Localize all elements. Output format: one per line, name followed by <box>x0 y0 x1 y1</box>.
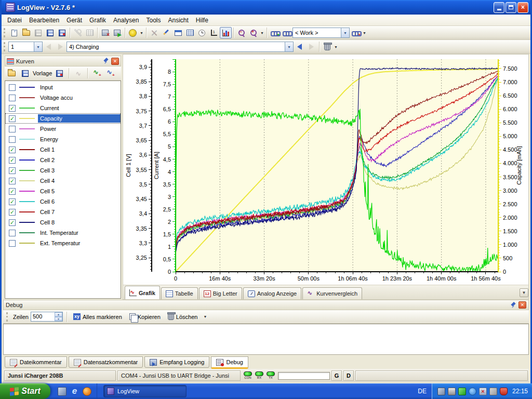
chevron-down-icon[interactable]: ▼ <box>520 288 528 297</box>
checkbox-icon[interactable]: ✓ <box>9 198 16 205</box>
table-grid-button[interactable] <box>84 27 96 38</box>
curve-item-cell-2[interactable]: ✓Cell 2 <box>5 155 121 165</box>
curve-item-energy[interactable]: Energy <box>5 134 121 144</box>
save-all-button[interactable] <box>44 27 56 38</box>
tab-empfang-logging[interactable]: Empfang Logging <box>144 356 209 368</box>
curve-item-cell-3[interactable]: ✓Cell 3 <box>5 165 121 176</box>
prev-dataset-button[interactable] <box>43 41 55 52</box>
tools-wrench-button[interactable] <box>72 27 84 38</box>
minimize-button[interactable] <box>494 2 504 13</box>
checkbox-icon[interactable]: ✓ <box>9 188 16 195</box>
debug-panel-caption[interactable]: Debug ✕ <box>3 300 529 310</box>
table-view-button[interactable] <box>184 27 196 38</box>
curve-item-capacity[interactable]: ✓Capacity <box>5 113 121 124</box>
save-export-button[interactable] <box>56 27 68 38</box>
titlebar[interactable]: LogView - V2.7.6 * × <box>2 0 530 15</box>
back-record-button[interactable] <box>294 41 305 52</box>
close-panel-button[interactable]: ✕ <box>518 301 526 309</box>
close-panel-button[interactable]: ✕ <box>111 58 119 65</box>
tab-analog-anzeige[interactable]: Analog Anzeige <box>243 287 301 299</box>
tab-datensatzkommentar[interactable]: Datensatzkommentar <box>69 356 143 368</box>
chart-bars-button[interactable] <box>220 27 232 38</box>
curve-item-current[interactable]: ✓Current <box>5 103 121 113</box>
toolbar-grip[interactable] <box>6 312 10 322</box>
menu-analysen[interactable]: Analysen <box>110 15 142 25</box>
show-desktop-icon[interactable] <box>58 387 66 396</box>
curve-item-cell-4[interactable]: ✓Cell 4 <box>5 176 121 186</box>
dataset-number-combo[interactable]: 1 ▼ <box>8 42 43 52</box>
start-button[interactable]: Start <box>0 383 50 399</box>
tab-kurvenvergleich[interactable]: ∿Kurvenvergleich <box>302 287 362 299</box>
curve-item-int-temperatur[interactable]: Int. Temperatur <box>5 228 121 238</box>
security-shield-icon[interactable] <box>500 388 508 395</box>
volume-icon[interactable] <box>489 388 497 395</box>
open-file-button[interactable] <box>20 27 32 38</box>
toolbar-grip[interactable] <box>4 28 7 37</box>
chevron-down-icon[interactable]: ▼ <box>202 311 208 323</box>
chevron-down-icon[interactable]: ▼ <box>333 41 339 52</box>
next-dataset-button[interactable] <box>55 41 66 52</box>
tab-big-letter[interactable]: 12Big Letter <box>199 287 242 299</box>
curve-item-cell-7[interactable]: ✓Cell 7 <box>5 207 121 217</box>
checkbox-icon[interactable]: ✓ <box>9 167 16 174</box>
select-all-button[interactable]: xy Alles markieren <box>71 311 125 323</box>
show-curve-button[interactable]: ∿ <box>72 68 84 79</box>
time-clock-button[interactable] <box>196 27 208 38</box>
wireless-monitor-icon[interactable] <box>437 388 445 395</box>
device-connect-button[interactable]: ▶ <box>111 27 123 38</box>
menu-tools[interactable]: Tools <box>142 15 164 25</box>
tab-grafik[interactable]: ∿Grafik <box>125 286 160 299</box>
menu-gerät[interactable]: Gerät <box>63 15 86 25</box>
checkbox-icon[interactable]: ✓ <box>9 147 16 153</box>
zeilen-spinbox[interactable]: 500 ▲▼ <box>31 312 63 322</box>
chevron-down-icon[interactable]: ▼ <box>362 27 367 38</box>
scale-ruler-button[interactable]: 1 <box>208 27 220 38</box>
taskbar-button-logview[interactable]: LogView <box>103 385 187 397</box>
display-error-icon[interactable]: × <box>479 388 487 395</box>
restore-button[interactable] <box>506 2 516 13</box>
copy-button[interactable]: Kopieren <box>127 311 163 323</box>
spin-down-icon[interactable]: ▼ <box>55 317 62 322</box>
usb-device-icon[interactable] <box>448 388 456 395</box>
dataset-name-combo[interactable]: 4) Charging ▼ <box>66 42 294 52</box>
delete-button[interactable]: Löschen <box>165 311 201 323</box>
menu-grafik[interactable]: Grafik <box>86 15 110 25</box>
save-as-template-button[interactable] <box>54 68 65 79</box>
link-delete-button[interactable]: × <box>350 27 362 38</box>
open-template-button[interactable] <box>6 68 18 79</box>
save-button[interactable] <box>32 27 44 38</box>
curve-item-ext-temperatur[interactable]: Ext. Temperatur <box>5 238 121 248</box>
menu-bearbeiten[interactable]: Bearbeiten <box>25 15 63 25</box>
comment-pen-button[interactable] <box>160 27 172 38</box>
save-template-button[interactable] <box>19 68 31 79</box>
spin-up-icon[interactable]: ▲ <box>55 312 62 317</box>
chart-area[interactable]: 016m 40s33m 20s50m 00s1h 06m 40s1h 23m 2… <box>123 55 528 285</box>
checkbox-icon[interactable] <box>9 126 16 132</box>
checkbox-icon[interactable] <box>9 84 16 91</box>
checkbox-icon[interactable]: ✓ <box>9 219 16 226</box>
chevron-down-icon[interactable]: ▼ <box>341 28 349 37</box>
tab-debug[interactable]: Debug <box>211 356 248 369</box>
zoom-out-button[interactable]: − <box>235 27 247 38</box>
menu-datei[interactable]: Datei <box>4 15 25 25</box>
tab-tabelle[interactable]: Tabelle <box>161 287 198 299</box>
firefox-icon[interactable] <box>83 387 91 396</box>
checkbox-icon[interactable] <box>9 136 16 143</box>
link-apply-button[interactable]: ↓ <box>281 27 292 38</box>
close-button[interactable]: × <box>517 2 528 13</box>
new-file-button[interactable] <box>8 27 20 38</box>
device-disconnect-button[interactable]: × <box>99 27 111 38</box>
network-green-icon[interactable] <box>458 388 466 395</box>
checkbox-icon[interactable] <box>9 240 16 247</box>
pin-icon[interactable] <box>510 302 517 309</box>
updates-blue-icon[interactable] <box>469 388 476 395</box>
checkbox-icon[interactable]: ✓ <box>9 105 16 112</box>
add-curve-button[interactable]: ∿+ <box>91 68 103 79</box>
checkbox-icon[interactable]: ✓ <box>9 209 16 216</box>
work-combo[interactable]: < Work >▼ <box>292 28 350 38</box>
curve-item-cell-8[interactable]: ✓Cell 8 <box>5 217 121 228</box>
link-sync-button[interactable]: ● <box>269 27 281 38</box>
checkbox-icon[interactable]: ✓ <box>9 178 16 184</box>
pin-icon[interactable] <box>103 58 110 64</box>
language-indicator[interactable]: DE <box>413 383 432 399</box>
